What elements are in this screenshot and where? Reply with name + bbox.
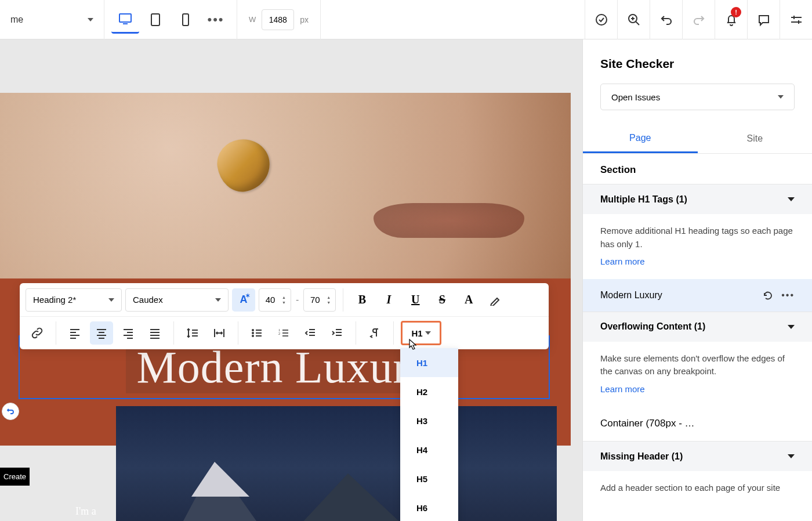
align-justify-icon [149,327,161,339]
heading-tag-select[interactable]: H1 H1 H2 H3 H4 H5 H6 P [401,321,441,345]
issue-header-missing-header[interactable]: Missing Header (1) [583,441,812,471]
issue-body-missing-header: Add a header section to each page of you… [583,471,812,505]
comments-button[interactable] [747,0,780,39]
revert-icon[interactable] [763,290,773,301]
more-dots-icon: ••• [207,12,224,27]
tag-option-h4[interactable]: H4 [400,435,458,464]
align-left-button[interactable] [63,321,86,345]
more-actions-icon[interactable]: ••• [781,290,795,301]
outdent-icon [304,327,316,339]
issue-header-h1[interactable]: Multiple H1 Tags (1) [583,184,812,214]
letter-spacing-button[interactable] [208,321,231,345]
numbered-list-button[interactable]: 12 [272,321,295,345]
svg-point-35 [252,332,253,334]
undo-small-icon [6,407,15,416]
more-breakpoints-button[interactable]: ••• [202,6,230,34]
learn-more-link[interactable]: Learn more [600,383,645,396]
chevron-down-icon [215,298,221,302]
strikethrough-button[interactable]: S [430,288,454,312]
redo-button[interactable] [682,0,715,39]
paragraph-snippet[interactable]: I'm a [75,505,96,518]
line-height-input[interactable]: ▲▼ [303,288,336,312]
width-input[interactable] [262,9,294,30]
size-down[interactable]: ▼ [281,300,287,305]
align-justify-button[interactable] [143,321,166,345]
align-left-icon [69,327,81,339]
tag-option-h3[interactable]: H3 [400,406,458,435]
learn-more-link[interactable]: Learn more [600,255,645,269]
tab-page[interactable]: Page [583,124,698,153]
undo-button[interactable] [650,0,682,39]
font-family-value: Caudex [133,295,163,305]
tag-option-h1[interactable]: H1 [400,348,458,377]
mobile-breakpoint-button[interactable] [172,6,200,34]
text-color-button[interactable]: A✶ [232,288,255,312]
canvas[interactable]: Modern Luxury I'm a Create [0,39,571,521]
line-height-field[interactable] [304,295,326,305]
font-size-input[interactable]: ▲▼ [259,288,291,312]
sidebar-tabs: Page Site [583,124,812,154]
numbered-list-icon: 12 [278,327,289,339]
page-selector[interactable]: me [0,0,104,39]
italic-button[interactable]: I [377,288,400,312]
zoom-button[interactable] [617,0,650,39]
align-center-button[interactable] [90,321,113,345]
font-size-field[interactable] [259,295,281,305]
earring-graphic [214,136,273,195]
svg-point-34 [252,330,253,331]
desktop-breakpoint-button[interactable] [111,6,139,34]
issue-description: Make sure elements don't overflow the ed… [600,353,785,377]
lh-down[interactable]: ▼ [326,300,331,305]
issue-filter-select[interactable]: Open Issues [600,84,795,110]
highlight-button[interactable] [484,288,507,312]
section-label: Section [583,154,812,184]
italic-icon: I [386,293,391,306]
issue-title: Missing Header (1) [600,451,683,462]
breakpoint-resize-handle[interactable] [2,403,19,420]
issue-item-container[interactable]: Container (708px - … [583,406,812,441]
svg-rect-2 [151,14,160,26]
lh-up[interactable]: ▲ [326,295,331,300]
font-family-select[interactable]: Caudex [125,288,229,312]
align-right-button[interactable] [117,321,140,345]
link-button[interactable] [26,321,49,345]
size-up[interactable]: ▲ [281,295,287,300]
chevron-down-icon [88,18,93,21]
hero-image[interactable] [0,93,571,278]
outdent-button[interactable] [299,321,322,345]
site-checker-panel: Site Checker Open Issues Page Site Secti… [582,39,812,521]
bullet-list-button[interactable] [245,321,269,345]
indent-icon [331,327,343,339]
line-spacing-button[interactable] [181,321,204,345]
site-checker-button[interactable] [585,0,617,39]
handoff-button[interactable] [780,0,812,39]
issue-item-modern-luxury[interactable]: Modern Luxury ••• [583,279,812,312]
tag-option-h2[interactable]: H2 [400,377,458,406]
face-graphic [374,203,524,238]
tag-option-h6[interactable]: H6 [400,493,458,521]
bold-button[interactable]: B [350,288,374,312]
text-direction-button[interactable] [363,321,386,345]
svg-text:2: 2 [278,332,280,335]
chevron-down-icon [425,331,431,335]
heading-tag-value: H1 [411,328,422,338]
letter-spacing-icon [213,327,226,339]
bold-icon: B [358,293,366,306]
issue-filter-value: Open Issues [611,92,660,102]
text-style-select[interactable]: Heading 2* [26,288,122,312]
text-color-a-icon: A✶ [240,294,248,306]
underline-button[interactable]: U [404,288,427,312]
device-breakpoints: ••• [104,0,237,39]
text-capitalize-button[interactable]: A [457,288,480,312]
tablet-breakpoint-button[interactable] [142,6,169,34]
settings-sliders-icon [789,13,803,27]
issue-header-overflow[interactable]: Overflowing Content (1) [583,312,812,342]
indent-button[interactable] [325,321,349,345]
tag-option-h5[interactable]: H5 [400,464,458,493]
tab-site[interactable]: Site [698,124,813,153]
notifications-button[interactable]: ! [715,0,747,39]
mountain-image[interactable] [116,406,557,521]
text-formatting-toolbar: Heading 2* Caudex A✶ ▲▼ - ▲▼ B I U [20,283,549,349]
paragraph-direction-icon [369,327,380,339]
highlight-pen-icon [490,294,501,306]
